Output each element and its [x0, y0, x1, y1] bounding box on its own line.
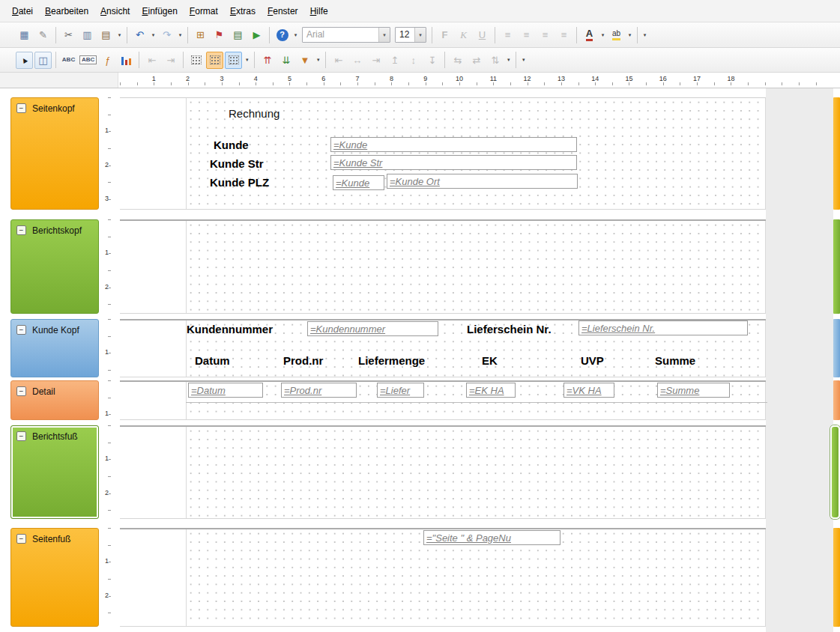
section-header-kunde-kopf[interactable]: − Kunde Kopf — [10, 319, 99, 377]
datum-field[interactable]: =Datum — [188, 383, 263, 398]
font-color-dropdown[interactable]: ▾ — [599, 27, 607, 43]
object-resizing-dropdown[interactable]: ▾ — [504, 52, 513, 68]
font-name-combo-dropdown[interactable]: ▾ — [378, 28, 390, 42]
undo-dropdown[interactable]: ▾ — [149, 27, 157, 43]
paste-button[interactable]: ▤ — [97, 26, 115, 43]
column-header-uvp[interactable]: UVP — [581, 354, 604, 367]
conditional-formatting-button[interactable]: ⚑ — [211, 26, 228, 43]
menu-hilfe[interactable]: Hilfe — [304, 3, 334, 19]
highlight-color-dropdown[interactable]: ▾ — [626, 27, 634, 43]
lieferschein-label[interactable]: Lieferschein Nr. — [467, 323, 552, 335]
column-header-ek[interactable]: EK — [482, 354, 498, 367]
menu-fenster[interactable]: Fenster — [262, 3, 304, 19]
canvas-kunde-kopf[interactable]: Kundennummer =Kundennummer Lieferschein … — [120, 319, 766, 377]
copy-button[interactable]: ▥ — [79, 26, 96, 43]
select-tool[interactable]: ▲ — [16, 52, 33, 69]
menu-ansicht[interactable]: Ansicht — [94, 3, 136, 19]
section-header-berichtsfuss[interactable]: − Berichtsfuß — [10, 425, 99, 519]
font-name-combo[interactable]: Arial▾ — [302, 27, 390, 43]
toolbar1-more-arrow[interactable]: ▾ — [641, 27, 649, 43]
collapse-icon[interactable]: − — [16, 225, 26, 235]
column-header-prodnr[interactable]: Prod.nr — [283, 354, 323, 367]
cut-button[interactable]: ✂ — [60, 26, 77, 43]
align-section-bottom-button[interactable]: ⇊ — [277, 52, 294, 69]
highlight-color-button[interactable]: ab — [608, 26, 625, 43]
lieferschein-field[interactable]: =Lieferschein Nr. — [578, 320, 748, 335]
collapse-icon[interactable]: − — [16, 386, 26, 396]
collapse-icon[interactable]: − — [16, 103, 26, 113]
kunde-label[interactable]: Kunde — [214, 139, 249, 151]
formatted-field-tool[interactable]: ƒ — [99, 52, 116, 69]
column-header-liefermenge[interactable]: Liefermenge — [358, 354, 425, 367]
underline-button[interactable]: U — [474, 26, 491, 43]
helplines-while-moving-button[interactable] — [225, 52, 242, 69]
redo-button[interactable]: ↷ — [158, 26, 175, 43]
grid-dropdown[interactable]: ▾ — [243, 52, 251, 68]
kunde-str-label[interactable]: Kunde Str — [210, 157, 264, 170]
chart-tool[interactable] — [118, 52, 135, 69]
edit-document-button[interactable]: ✎ — [34, 26, 52, 43]
canvas-berichtsfuss[interactable] — [120, 425, 766, 519]
kunde-str-field[interactable]: =Kunde Str — [330, 155, 577, 170]
section-header-berichtskopf[interactable]: − Berichtskopf — [10, 219, 99, 314]
report-title-label[interactable]: Rechnung — [229, 107, 280, 120]
object-align-right-button[interactable]: ⇥ — [367, 52, 384, 69]
object-align-left-button[interactable]: ⇤ — [330, 52, 347, 69]
italic-button[interactable]: K — [455, 26, 472, 43]
align-left-button[interactable]: ≡ — [499, 26, 516, 43]
collapse-icon[interactable]: − — [16, 325, 26, 335]
page-number-field[interactable]: ="Seite " & PageNu — [423, 530, 560, 545]
align-left-edges-button[interactable]: ⇤ — [143, 52, 160, 69]
column-header-datum[interactable]: Datum — [195, 354, 230, 367]
kunde-plz-field[interactable]: =Kunde — [333, 175, 384, 190]
ek-field[interactable]: =EK HA — [466, 383, 516, 398]
section-dropdown[interactable]: ▾ — [314, 52, 322, 68]
menu-extras[interactable]: Extras — [224, 3, 262, 19]
object-align-top-button[interactable]: ↥ — [386, 52, 403, 69]
liefermenge-field[interactable]: =Liefer — [377, 383, 424, 398]
align-section-top-button[interactable]: ⇈ — [259, 52, 276, 69]
align-right-button[interactable]: ≡ — [537, 26, 554, 43]
smallest-height-button[interactable]: ⇅ — [486, 52, 504, 69]
paste-dropdown[interactable]: ▾ — [115, 27, 124, 43]
align-right-edges-button[interactable]: ⇥ — [162, 52, 179, 69]
kunde-field[interactable]: =Kunde — [330, 137, 577, 152]
canvas-berichtskopf[interactable] — [120, 219, 766, 314]
shrink-section-button[interactable]: ▼ — [296, 52, 313, 69]
bold-button[interactable]: F — [436, 26, 453, 43]
prodnr-field[interactable]: =Prod.nr — [281, 383, 357, 398]
menu-format[interactable]: Format — [184, 3, 224, 19]
object-center-horizontal-button[interactable]: ↔ — [348, 52, 366, 69]
kunde-ort-field[interactable]: =Kunde Ort — [387, 174, 578, 189]
help-button[interactable]: ? — [274, 26, 291, 43]
grid-visible-button[interactable] — [187, 52, 205, 69]
label-field-tool[interactable]: ABC — [60, 52, 77, 69]
section-header-seitenkopf[interactable]: − Seitenkopf — [10, 97, 99, 210]
vk-field[interactable]: =VK HA — [563, 383, 614, 398]
collapse-icon[interactable]: − — [16, 534, 26, 544]
canvas-detail[interactable]: =Datum =Prod.nr =Liefer =EK HA =VK HA =S… — [120, 380, 766, 420]
section-header-detail[interactable]: − Detail — [10, 380, 99, 420]
canvas-seitenkopf[interactable]: Rechnung Kunde =Kunde Kunde Str =Kunde S… — [120, 97, 766, 210]
sorting-and-grouping-button[interactable]: ⊞ — [192, 26, 209, 43]
object-center-vertical-button[interactable]: ↕ — [405, 52, 422, 69]
select-report-tool[interactable]: ◫ — [34, 52, 52, 69]
align-justify-button[interactable]: ≡ — [555, 26, 572, 43]
greatest-width-button[interactable]: ⇄ — [468, 52, 485, 69]
toolbar1-overflow-arrow[interactable]: ▾ — [291, 27, 300, 43]
toolbar2-more-arrow[interactable]: ▾ — [519, 52, 528, 68]
collapse-icon[interactable]: − — [16, 431, 26, 441]
execute-report-button[interactable]: ▶ — [248, 26, 265, 43]
page-settings-button[interactable]: ▤ — [229, 26, 247, 43]
snap-to-grid-button[interactable] — [206, 52, 223, 69]
canvas-seitenfuss[interactable]: ="Seite " & PageNu — [120, 528, 766, 627]
font-color-button[interactable]: A — [581, 26, 598, 43]
kunde-plz-label[interactable]: Kunde PLZ — [210, 176, 269, 189]
object-align-bottom-button[interactable]: ↧ — [423, 52, 441, 69]
menu-bearbeiten[interactable]: Bearbeiten — [39, 3, 94, 19]
align-center-button[interactable]: ≡ — [518, 26, 535, 43]
kundennummer-field[interactable]: =Kundennummer — [307, 321, 438, 336]
text-box-tool[interactable]: ABC — [79, 52, 97, 69]
column-header-summe[interactable]: Summe — [655, 354, 695, 367]
font-size-combo[interactable]: 12▾ — [395, 27, 426, 43]
